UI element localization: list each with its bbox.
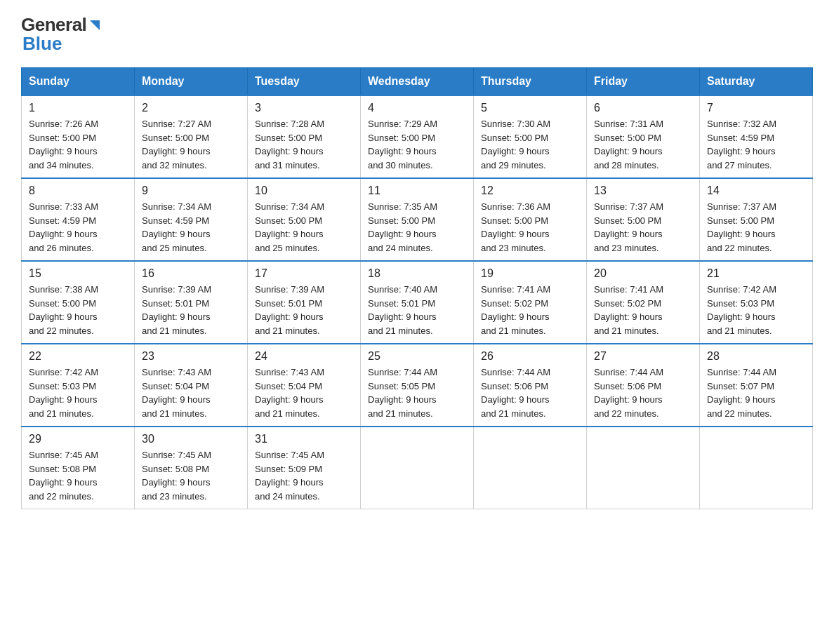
day-number: 3: [255, 102, 353, 114]
week-row: 29 Sunrise: 7:45 AM Sunset: 5:08 PM Dayl…: [22, 427, 813, 509]
day-number: 17: [255, 267, 353, 280]
day-info: Sunrise: 7:37 AM Sunset: 5:00 PM Dayligh…: [707, 200, 805, 255]
calendar-cell: 10 Sunrise: 7:34 AM Sunset: 5:00 PM Dayl…: [248, 178, 361, 261]
day-number: 26: [481, 350, 579, 363]
day-number: 27: [594, 350, 692, 363]
day-info: Sunrise: 7:32 AM Sunset: 4:59 PM Dayligh…: [707, 117, 805, 172]
calendar-cell: 24 Sunrise: 7:43 AM Sunset: 5:04 PM Dayl…: [248, 344, 361, 427]
day-info: Sunrise: 7:35 AM Sunset: 5:00 PM Dayligh…: [368, 200, 466, 255]
day-info: Sunrise: 7:41 AM Sunset: 5:02 PM Dayligh…: [594, 283, 692, 337]
day-number: 5: [481, 102, 579, 114]
day-of-week-header: Monday: [135, 68, 248, 96]
day-info: Sunrise: 7:44 AM Sunset: 5:05 PM Dayligh…: [368, 365, 466, 420]
calendar-cell: 9 Sunrise: 7:34 AM Sunset: 4:59 PM Dayli…: [135, 178, 248, 261]
calendar-cell: 12 Sunrise: 7:36 AM Sunset: 5:00 PM Dayl…: [474, 178, 587, 261]
day-number: 4: [368, 102, 466, 114]
logo-triangle-icon: [87, 18, 102, 33]
day-number: 8: [29, 185, 127, 197]
calendar-cell: 3 Sunrise: 7:28 AM Sunset: 5:00 PM Dayli…: [248, 95, 361, 178]
days-of-week-row: SundayMondayTuesdayWednesdayThursdayFrid…: [22, 68, 813, 96]
day-info: Sunrise: 7:45 AM Sunset: 5:08 PM Dayligh…: [142, 448, 240, 503]
calendar-cell: 23 Sunrise: 7:43 AM Sunset: 5:04 PM Dayl…: [135, 344, 248, 427]
day-info: Sunrise: 7:44 AM Sunset: 5:06 PM Dayligh…: [594, 365, 692, 420]
day-number: 6: [594, 102, 692, 114]
day-info: Sunrise: 7:39 AM Sunset: 5:01 PM Dayligh…: [255, 283, 353, 337]
day-number: 22: [29, 350, 127, 363]
day-info: Sunrise: 7:43 AM Sunset: 5:04 PM Dayligh…: [255, 365, 353, 420]
calendar-cell: 7 Sunrise: 7:32 AM Sunset: 4:59 PM Dayli…: [700, 95, 813, 178]
day-number: 20: [594, 267, 692, 280]
logo: General Blue: [21, 14, 102, 55]
calendar-cell: [474, 427, 587, 509]
day-info: Sunrise: 7:26 AM Sunset: 5:00 PM Dayligh…: [29, 117, 127, 172]
calendar-cell: 8 Sunrise: 7:33 AM Sunset: 4:59 PM Dayli…: [22, 178, 135, 261]
day-info: Sunrise: 7:41 AM Sunset: 5:02 PM Dayligh…: [481, 283, 579, 337]
calendar-cell: 28 Sunrise: 7:44 AM Sunset: 5:07 PM Dayl…: [700, 344, 813, 427]
day-of-week-header: Friday: [587, 68, 700, 96]
day-of-week-header: Sunday: [22, 68, 135, 96]
day-number: 7: [707, 102, 805, 114]
day-info: Sunrise: 7:44 AM Sunset: 5:07 PM Dayligh…: [707, 365, 805, 420]
day-number: 18: [368, 267, 466, 280]
week-row: 22 Sunrise: 7:42 AM Sunset: 5:03 PM Dayl…: [22, 344, 813, 427]
day-of-week-header: Thursday: [474, 68, 587, 96]
calendar-cell: 5 Sunrise: 7:30 AM Sunset: 5:00 PM Dayli…: [474, 95, 587, 178]
calendar-cell: 14 Sunrise: 7:37 AM Sunset: 5:00 PM Dayl…: [700, 178, 813, 261]
day-number: 10: [255, 185, 353, 197]
calendar-cell: [587, 427, 700, 509]
week-row: 8 Sunrise: 7:33 AM Sunset: 4:59 PM Dayli…: [22, 178, 813, 261]
day-info: Sunrise: 7:34 AM Sunset: 5:00 PM Dayligh…: [255, 200, 353, 255]
week-row: 1 Sunrise: 7:26 AM Sunset: 5:00 PM Dayli…: [22, 95, 813, 178]
calendar-cell: 30 Sunrise: 7:45 AM Sunset: 5:08 PM Dayl…: [135, 427, 248, 509]
calendar-cell: 25 Sunrise: 7:44 AM Sunset: 5:05 PM Dayl…: [361, 344, 474, 427]
day-number: 15: [29, 267, 127, 280]
calendar-cell: 17 Sunrise: 7:39 AM Sunset: 5:01 PM Dayl…: [248, 261, 361, 344]
calendar-cell: 20 Sunrise: 7:41 AM Sunset: 5:02 PM Dayl…: [587, 261, 700, 344]
calendar-cell: 11 Sunrise: 7:35 AM Sunset: 5:00 PM Dayl…: [361, 178, 474, 261]
day-info: Sunrise: 7:40 AM Sunset: 5:01 PM Dayligh…: [368, 283, 466, 337]
day-info: Sunrise: 7:27 AM Sunset: 5:00 PM Dayligh…: [142, 117, 240, 172]
calendar-cell: 21 Sunrise: 7:42 AM Sunset: 5:03 PM Dayl…: [700, 261, 813, 344]
day-info: Sunrise: 7:45 AM Sunset: 5:09 PM Dayligh…: [255, 448, 353, 503]
calendar-cell: 4 Sunrise: 7:29 AM Sunset: 5:00 PM Dayli…: [361, 95, 474, 178]
day-info: Sunrise: 7:37 AM Sunset: 5:00 PM Dayligh…: [594, 200, 692, 255]
calendar-cell: 31 Sunrise: 7:45 AM Sunset: 5:09 PM Dayl…: [248, 427, 361, 509]
calendar-body: 1 Sunrise: 7:26 AM Sunset: 5:00 PM Dayli…: [22, 95, 813, 509]
day-info: Sunrise: 7:31 AM Sunset: 5:00 PM Dayligh…: [594, 117, 692, 172]
calendar-cell: 15 Sunrise: 7:38 AM Sunset: 5:00 PM Dayl…: [22, 261, 135, 344]
day-info: Sunrise: 7:45 AM Sunset: 5:08 PM Dayligh…: [29, 448, 127, 503]
day-number: 21: [707, 267, 805, 280]
day-info: Sunrise: 7:42 AM Sunset: 5:03 PM Dayligh…: [707, 283, 805, 337]
calendar-cell: 27 Sunrise: 7:44 AM Sunset: 5:06 PM Dayl…: [587, 344, 700, 427]
day-number: 13: [594, 185, 692, 197]
day-number: 28: [707, 350, 805, 363]
day-number: 29: [29, 433, 127, 445]
calendar-header: SundayMondayTuesdayWednesdayThursdayFrid…: [22, 68, 813, 96]
day-of-week-header: Wednesday: [361, 68, 474, 96]
calendar-cell: 18 Sunrise: 7:40 AM Sunset: 5:01 PM Dayl…: [361, 261, 474, 344]
day-info: Sunrise: 7:42 AM Sunset: 5:03 PM Dayligh…: [29, 365, 127, 420]
calendar-cell: 19 Sunrise: 7:41 AM Sunset: 5:02 PM Dayl…: [474, 261, 587, 344]
day-number: 14: [707, 185, 805, 197]
day-number: 1: [29, 102, 127, 114]
day-of-week-header: Saturday: [700, 68, 813, 96]
day-number: 12: [481, 185, 579, 197]
day-info: Sunrise: 7:44 AM Sunset: 5:06 PM Dayligh…: [481, 365, 579, 420]
svg-marker-0: [90, 20, 100, 30]
day-number: 16: [142, 267, 240, 280]
calendar-cell: 26 Sunrise: 7:44 AM Sunset: 5:06 PM Dayl…: [474, 344, 587, 427]
calendar-cell: [700, 427, 813, 509]
day-info: Sunrise: 7:29 AM Sunset: 5:00 PM Dayligh…: [368, 117, 466, 172]
day-info: Sunrise: 7:36 AM Sunset: 5:00 PM Dayligh…: [481, 200, 579, 255]
calendar-cell: 16 Sunrise: 7:39 AM Sunset: 5:01 PM Dayl…: [135, 261, 248, 344]
calendar-table: SundayMondayTuesdayWednesdayThursdayFrid…: [21, 67, 813, 509]
day-number: 2: [142, 102, 240, 114]
day-info: Sunrise: 7:30 AM Sunset: 5:00 PM Dayligh…: [481, 117, 579, 172]
day-number: 11: [368, 185, 466, 197]
calendar-cell: 1 Sunrise: 7:26 AM Sunset: 5:00 PM Dayli…: [22, 95, 135, 178]
page-header: General Blue: [21, 14, 813, 55]
day-number: 30: [142, 433, 240, 445]
logo-blue-text: Blue: [22, 33, 62, 55]
calendar-cell: [361, 427, 474, 509]
day-number: 19: [481, 267, 579, 280]
